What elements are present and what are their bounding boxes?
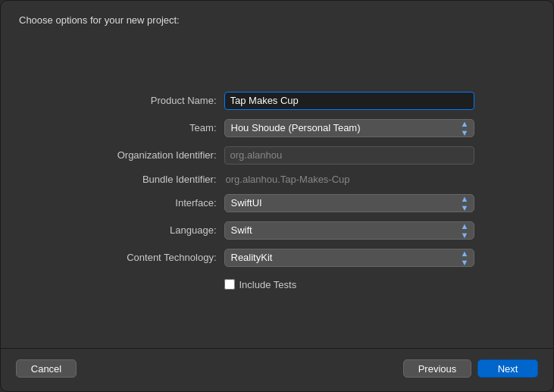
dialog-footer: Cancel Previous Next (1, 348, 553, 391)
form-table: Product Name: Team: Hou Shoude (Personal… (80, 92, 474, 290)
language-control: Swift Objective-C ▲ ▼ (224, 221, 474, 240)
language-label: Language: (80, 224, 217, 236)
org-identifier-control (224, 146, 474, 165)
product-name-label: Product Name: (80, 95, 217, 106)
bundle-identifier-control: org.alanhou.Tap-Makes-Cup (224, 174, 474, 185)
product-name-row: Product Name: (80, 92, 474, 110)
interface-select[interactable]: SwiftUI Storyboard (224, 194, 474, 212)
cancel-button[interactable]: Cancel (16, 359, 77, 378)
new-project-dialog: Choose options for your new project: Pro… (0, 0, 554, 392)
next-button[interactable]: Next (477, 359, 538, 378)
language-select[interactable]: Swift Objective-C (224, 221, 474, 240)
org-identifier-label: Organization Identifier: (80, 149, 217, 161)
dialog-header: Choose options for your new project: (1, 1, 553, 33)
team-select[interactable]: Hou Shoude (Personal Team) Add Account..… (224, 119, 474, 137)
content-technology-select[interactable]: RealityKit SceneKit Metal None (224, 249, 474, 267)
team-label: Team: (80, 122, 217, 133)
dialog-title: Choose options for your new project: (19, 14, 180, 26)
team-control: Hou Shoude (Personal Team) Add Account..… (224, 119, 474, 137)
content-technology-control: RealityKit SceneKit Metal None ▲ ▼ (224, 249, 474, 267)
product-name-input[interactable] (224, 92, 474, 110)
include-tests-label: Include Tests (239, 279, 297, 290)
interface-control: SwiftUI Storyboard ▲ ▼ (224, 194, 474, 212)
team-row: Team: Hou Shoude (Personal Team) Add Acc… (80, 119, 474, 137)
bundle-identifier-row: Bundle Identifier: org.alanhou.Tap-Makes… (80, 174, 474, 185)
product-name-control (224, 92, 474, 110)
org-identifier-input[interactable] (224, 146, 474, 165)
interface-label: Interface: (80, 197, 217, 209)
include-tests-checkbox[interactable] (224, 279, 235, 290)
bundle-identifier-label: Bundle Identifier: (80, 174, 217, 185)
dialog-body: Product Name: Team: Hou Shoude (Personal… (1, 33, 553, 348)
interface-row: Interface: SwiftUI Storyboard ▲ ▼ (80, 194, 474, 212)
footer-right-buttons: Previous Next (403, 359, 538, 378)
content-technology-label: Content Technology: (80, 252, 217, 263)
previous-button[interactable]: Previous (403, 359, 471, 378)
language-row: Language: Swift Objective-C ▲ ▼ (80, 221, 474, 240)
org-identifier-row: Organization Identifier: (80, 146, 474, 165)
bundle-identifier-value: org.alanhou.Tap-Makes-Cup (224, 171, 352, 188)
content-technology-row: Content Technology: RealityKit SceneKit … (80, 249, 474, 267)
include-tests-row: Include Tests (224, 279, 474, 290)
